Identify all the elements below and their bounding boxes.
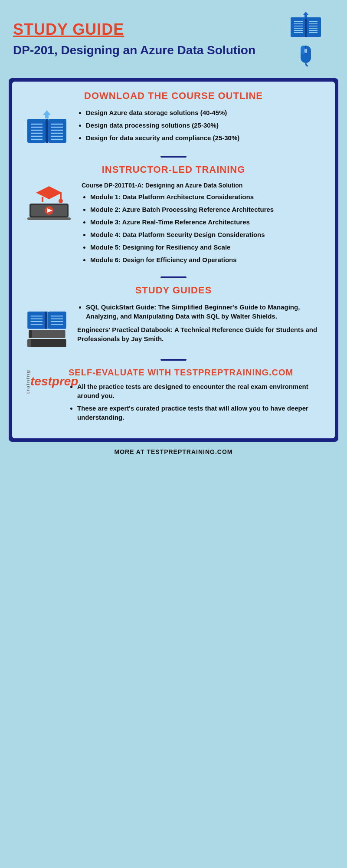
svg-rect-49 [27, 312, 46, 329]
studyguides-text-block: SQL QuickStart Guide: The Simplified Beg… [77, 302, 322, 343]
page-footer: MORE AT TESTPREPTRAINING.COM [0, 442, 347, 462]
svg-rect-46 [27, 339, 31, 347]
selfevaluate-section: training testprep SELF-EVALUATE WITH TES… [25, 367, 322, 425]
selfevaluate-bullet-1: All the practice tests are designed to e… [77, 382, 322, 400]
download-book-icon [25, 110, 69, 147]
module-2: Module 2: Azure Batch Processing Referen… [90, 205, 322, 214]
studyguide-book-1: SQL QuickStart Guide: The Simplified Beg… [86, 302, 322, 321]
svg-rect-39 [42, 197, 43, 202]
divider-1 [160, 156, 187, 158]
selfevaluate-body: training testprep SELF-EVALUATE WITH TES… [25, 367, 322, 425]
download-bullets: Design Azure data storage solutions (40-… [77, 108, 239, 146]
study-guide-title: STUDY GUIDE [13, 20, 286, 39]
instructor-icon [25, 184, 73, 223]
download-section: DOWNLOAD THE COURSE OUTLINE [25, 90, 322, 147]
instructor-body: Course DP-201T01-A: Designing an Azure D… [25, 182, 322, 268]
svg-rect-51 [45, 312, 47, 329]
module-5: Module 5: Designing for Resiliency and S… [90, 243, 322, 252]
download-bullet-1: Design Azure data storage solutions (40-… [86, 108, 239, 117]
svg-rect-45 [27, 339, 66, 347]
download-bullet-2: Design data processing solutions (25-30%… [86, 121, 239, 130]
module-1: Module 1: Data Platform Architecture Con… [90, 192, 322, 201]
divider-2 [160, 276, 187, 278]
selfevaluate-bullet-2: These are expert's curated practice test… [77, 404, 322, 422]
svg-rect-14 [305, 17, 307, 37]
studyguides-body: SQL QuickStart Guide: The Simplified Beg… [25, 302, 322, 350]
svg-marker-36 [36, 186, 62, 199]
course-name: Course DP-201T01-A: Designing an Azure D… [82, 182, 322, 189]
main-content-wrapper: DOWNLOAD THE COURSE OUTLINE [9, 78, 338, 442]
studyguides-book-icon [25, 305, 69, 350]
module-list: Module 1: Data Platform Architecture Con… [82, 192, 322, 264]
svg-point-38 [59, 199, 63, 203]
mouse-icon [297, 43, 314, 67]
download-body: Design Azure data storage solutions (40-… [25, 108, 322, 147]
book-download-icon [286, 11, 325, 41]
selfevaluate-title: SELF-EVALUATE WITH TESTPREPTRAINING.COM [69, 367, 322, 378]
svg-rect-48 [29, 330, 32, 338]
svg-rect-34 [46, 119, 48, 143]
instructor-title: INSTRUCTOR-LED TRAINING [25, 164, 322, 175]
divider-3 [160, 359, 187, 361]
svg-rect-50 [48, 312, 66, 329]
svg-rect-47 [29, 330, 65, 338]
training-label: training [25, 369, 30, 394]
inner-content: DOWNLOAD THE COURSE OUTLINE [12, 82, 335, 438]
studyguide-book-2: Engineers' Practical Databook: A Technic… [77, 325, 322, 343]
studyguides-list: SQL QuickStart Guide: The Simplified Beg… [77, 302, 322, 321]
instructor-section: INSTRUCTOR-LED TRAINING [25, 164, 322, 268]
svg-marker-35 [43, 110, 51, 118]
studyguides-section: STUDY GUIDES [25, 285, 322, 350]
selfevaluate-bullets: All the practice tests are designed to e… [69, 382, 322, 422]
module-3: Module 3: Azure Real-Time Reference Arch… [90, 217, 322, 227]
download-bullet-3: Design for data security and compliance … [86, 133, 239, 142]
module-6: Module 6: Design for Efficiency and Oper… [90, 255, 322, 264]
footer-text: MORE AT TESTPREPTRAINING.COM [115, 448, 233, 455]
header-icons [286, 11, 325, 67]
module-4: Module 4: Data Platform Security Design … [90, 230, 322, 239]
svg-rect-19 [304, 49, 307, 53]
page-subtitle: DP-201, Designing an Azure Data Solution [13, 43, 286, 58]
selfevaluate-text-block: SELF-EVALUATE WITH TESTPREPTRAINING.COM … [69, 367, 322, 425]
svg-rect-1 [306, 17, 321, 37]
studyguides-title: STUDY GUIDES [25, 285, 322, 296]
instructor-text: Course DP-201T01-A: Designing an Azure D… [82, 182, 322, 268]
svg-rect-0 [291, 17, 306, 37]
testprep-logo: training testprep [25, 369, 60, 394]
page-header: STUDY GUIDE DP-201, Designing an Azure D… [0, 0, 347, 78]
svg-rect-44 [27, 217, 71, 220]
header-text-block: STUDY GUIDE DP-201, Designing an Azure D… [13, 20, 286, 58]
download-title: DOWNLOAD THE COURSE OUTLINE [25, 90, 322, 102]
